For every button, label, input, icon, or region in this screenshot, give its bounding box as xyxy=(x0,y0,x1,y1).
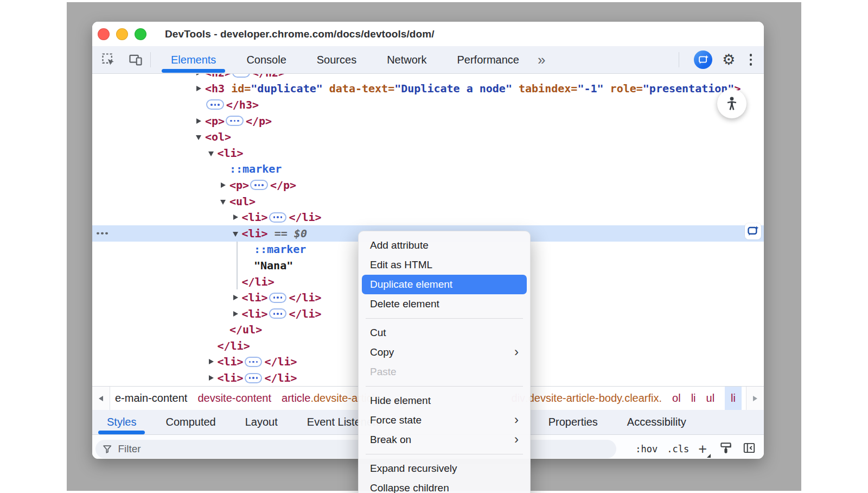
window-title: DevTools - developer.chrome.com/docs/dev… xyxy=(165,28,435,40)
sidebar-tab-styles[interactable]: Styles xyxy=(96,410,147,434)
context-menu-item-add-attribute[interactable]: Add attribute xyxy=(362,236,527,255)
menu-item-label: Delete element xyxy=(370,298,439,310)
crumb-tag-text: devsite-content xyxy=(197,392,271,404)
dom-tree-row[interactable]: <ol> xyxy=(92,129,764,145)
close-window-button[interactable] xyxy=(98,28,110,40)
tab-sources[interactable]: Sources xyxy=(305,46,368,73)
collapsed-children-pill-icon[interactable] xyxy=(250,180,268,190)
code-token-val: "duplicate" xyxy=(251,82,322,95)
context-menu-divider xyxy=(366,386,523,387)
expander-spacer xyxy=(220,322,229,338)
inspect-icon[interactable] xyxy=(100,52,117,68)
dom-tree-row[interactable]: <li> xyxy=(92,145,764,161)
ai-assistant-row-button[interactable] xyxy=(745,223,761,239)
context-menu-item-copy[interactable]: Copy› xyxy=(362,343,527,362)
context-menu-item-cut[interactable]: Cut xyxy=(362,323,527,343)
context-menu-item-paste[interactable]: Paste xyxy=(362,362,527,382)
expander-open-icon[interactable] xyxy=(220,193,229,210)
breadcrumb-item[interactable]: ul xyxy=(706,387,715,410)
context-menu-item-break-on[interactable]: Break on› xyxy=(362,430,527,450)
dom-tree-row[interactable]: <p></p> xyxy=(92,113,764,129)
sidebar-tab-properties[interactable]: Properties xyxy=(538,410,609,434)
settings-gear-icon[interactable]: ⚙ xyxy=(722,53,735,67)
expander-open-icon[interactable] xyxy=(233,225,242,242)
filter-funnel-icon xyxy=(102,444,112,454)
tab-elements[interactable]: Elements xyxy=(159,46,228,73)
collapsed-children-pill-icon[interactable] xyxy=(269,212,287,223)
device-toolbar-icon[interactable] xyxy=(127,52,144,68)
dom-tree-row[interactable]: <h2></h2> xyxy=(92,74,764,81)
toggle-hover-state-button[interactable]: :hov xyxy=(635,444,658,454)
expander-closed-icon[interactable] xyxy=(196,113,205,129)
expander-closed-icon[interactable] xyxy=(208,354,218,370)
submenu-chevron-icon: › xyxy=(514,433,519,446)
collapsed-children-pill-icon[interactable] xyxy=(226,116,244,126)
minimize-window-button[interactable] xyxy=(116,28,128,40)
context-menu-item-edit-as-html[interactable]: Edit as HTML xyxy=(362,255,527,275)
tab-network[interactable]: Network xyxy=(375,46,438,73)
ai-assistant-icon[interactable] xyxy=(694,50,712,69)
expander-closed-icon[interactable] xyxy=(233,306,242,322)
sidebar-tab-computed[interactable]: Computed xyxy=(155,410,226,434)
more-tabs-button[interactable]: » xyxy=(531,52,552,68)
context-menu-item-delete-element[interactable]: Delete element xyxy=(362,294,527,314)
expander-closed-icon[interactable] xyxy=(208,370,218,386)
breadcrumb-item[interactable]: ol xyxy=(672,387,681,410)
expander-closed-icon[interactable] xyxy=(233,209,242,225)
title-bar: DevTools - developer.chrome.com/docs/dev… xyxy=(92,22,764,46)
breadcrumb-item[interactable]: li xyxy=(691,387,696,410)
collapsed-children-pill-icon[interactable] xyxy=(245,357,263,367)
code-token-val: "Duplicate a node" xyxy=(394,82,512,95)
crumb-tag-text: li xyxy=(691,392,696,404)
context-menu-divider xyxy=(366,318,523,319)
toggle-class-button[interactable]: .cls xyxy=(667,444,689,454)
context-menu-item-duplicate-element[interactable]: Duplicate element xyxy=(362,275,527,294)
collapsed-children-pill-icon[interactable] xyxy=(269,308,287,319)
collapsed-children-pill-icon[interactable] xyxy=(232,74,250,78)
breadcrumb-item[interactable]: e-main-content xyxy=(115,387,187,410)
menu-item-label: Edit as HTML xyxy=(370,259,432,271)
expander-closed-icon[interactable] xyxy=(196,74,205,81)
tab-performance[interactable]: Performance xyxy=(445,46,532,73)
expander-closed-icon[interactable] xyxy=(220,177,229,193)
row-overflow-dots-icon[interactable] xyxy=(97,232,108,235)
context-menu-item-hide-element[interactable]: Hide element xyxy=(362,391,527,410)
zoom-window-button[interactable] xyxy=(135,28,146,40)
accessibility-person-icon[interactable] xyxy=(717,89,746,118)
code-token-tag: <p> xyxy=(205,115,225,128)
breadcrumb-item[interactable]: devsite-content xyxy=(197,387,271,410)
context-menu-item-force-state[interactable]: Force state› xyxy=(362,410,527,430)
toolbar-divider xyxy=(150,52,151,67)
context-menu-item-collapse-children[interactable]: Collapse children xyxy=(362,478,527,493)
collapsed-children-pill-icon[interactable] xyxy=(269,293,287,303)
dom-tree-row[interactable]: <ul> xyxy=(92,193,764,210)
sidebar-tab-layout[interactable]: Layout xyxy=(234,410,289,434)
expander-open-icon[interactable] xyxy=(196,129,205,145)
breadcrumb-item-selected[interactable]: li xyxy=(725,387,742,410)
toolbar-divider-right xyxy=(679,52,679,67)
dom-tree-row[interactable]: <p></p> xyxy=(92,177,764,193)
expander-closed-icon[interactable] xyxy=(233,289,242,306)
style-filter-field[interactable] xyxy=(95,440,616,458)
toggle-sidebar-icon[interactable] xyxy=(742,441,756,457)
collapsed-children-pill-icon[interactable] xyxy=(206,99,224,110)
breadcrumb-scroll-left-button[interactable] xyxy=(92,387,110,410)
dom-tree-row[interactable]: </h3> xyxy=(92,97,764,113)
tab-console[interactable]: Console xyxy=(234,46,298,73)
expander-closed-icon[interactable] xyxy=(196,81,205,97)
context-menu-item-expand-recursively[interactable]: Expand recursively xyxy=(362,459,527,478)
new-style-rule-plus-icon[interactable]: + xyxy=(698,442,710,457)
dom-tree-row[interactable]: ::marker xyxy=(92,161,764,178)
breadcrumb-scroll-right-button[interactable] xyxy=(746,387,764,410)
expander-spacer xyxy=(233,274,242,290)
dom-tree-row[interactable]: <li></li> xyxy=(92,209,764,225)
more-menu-dots-icon[interactable] xyxy=(745,53,757,67)
crumb-tag-text: ol xyxy=(672,392,681,404)
breadcrumb-item[interactable]: div.devsite-article-body.clearfix. xyxy=(512,387,662,410)
expander-open-icon[interactable] xyxy=(208,145,218,161)
code-token-tag: </li> xyxy=(242,275,275,288)
sidebar-tab-accessibility[interactable]: Accessibility xyxy=(616,410,697,434)
rendering-brush-icon[interactable] xyxy=(719,441,733,457)
dom-tree-row[interactable]: <h3 id="duplicate" data-text="Duplicate … xyxy=(92,81,764,97)
collapsed-children-pill-icon[interactable] xyxy=(245,373,263,383)
